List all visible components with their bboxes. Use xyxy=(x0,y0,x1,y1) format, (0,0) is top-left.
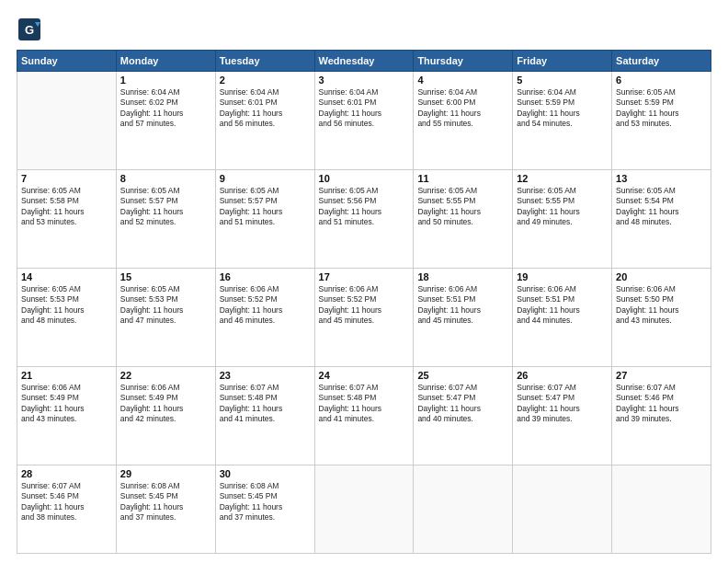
day-info: Sunrise: 6:05 AM Sunset: 5:57 PM Dayligh… xyxy=(220,186,311,228)
day-number: 29 xyxy=(120,468,211,479)
day-info: Sunrise: 6:07 AM Sunset: 5:47 PM Dayligh… xyxy=(517,383,608,425)
header: G xyxy=(17,17,711,42)
weekday-header-row: SundayMondayTuesdayWednesdayThursdayFrid… xyxy=(17,51,711,72)
calendar-cell xyxy=(513,465,612,553)
week-row-1: 1Sunrise: 6:04 AM Sunset: 6:02 PM Daylig… xyxy=(17,72,711,170)
weekday-header-sunday: Sunday xyxy=(17,51,117,72)
day-info: Sunrise: 6:07 AM Sunset: 5:46 PM Dayligh… xyxy=(616,383,707,425)
weekday-header-monday: Monday xyxy=(116,51,215,72)
day-number: 8 xyxy=(120,173,211,184)
day-number: 23 xyxy=(220,370,311,381)
day-number: 24 xyxy=(319,370,410,381)
day-info: Sunrise: 6:07 AM Sunset: 5:48 PM Dayligh… xyxy=(220,383,311,425)
calendar-cell: 24Sunrise: 6:07 AM Sunset: 5:48 PM Dayli… xyxy=(314,366,414,465)
day-number: 25 xyxy=(417,370,508,381)
svg-text:G: G xyxy=(25,23,34,37)
weekday-header-wednesday: Wednesday xyxy=(314,51,414,72)
day-info: Sunrise: 6:04 AM Sunset: 6:01 PM Dayligh… xyxy=(220,87,311,130)
day-info: Sunrise: 6:04 AM Sunset: 5:59 PM Dayligh… xyxy=(517,87,608,130)
calendar-cell: 15Sunrise: 6:05 AM Sunset: 5:53 PM Dayli… xyxy=(116,268,215,366)
day-info: Sunrise: 6:05 AM Sunset: 5:54 PM Dayligh… xyxy=(616,186,707,228)
day-info: Sunrise: 6:06 AM Sunset: 5:49 PM Dayligh… xyxy=(120,383,211,425)
day-number: 27 xyxy=(616,370,707,381)
calendar-cell xyxy=(314,465,414,553)
day-number: 28 xyxy=(21,468,112,479)
day-number: 4 xyxy=(417,75,508,86)
week-row-5: 28Sunrise: 6:07 AM Sunset: 5:46 PM Dayli… xyxy=(17,465,711,553)
weekday-header-friday: Friday xyxy=(513,51,612,72)
day-number: 7 xyxy=(21,173,112,184)
week-row-4: 21Sunrise: 6:06 AM Sunset: 5:49 PM Dayli… xyxy=(17,366,711,465)
calendar: SundayMondayTuesdayWednesdayThursdayFrid… xyxy=(17,50,711,554)
weekday-header-tuesday: Tuesday xyxy=(215,51,314,72)
day-number: 14 xyxy=(21,271,112,282)
calendar-cell: 23Sunrise: 6:07 AM Sunset: 5:48 PM Dayli… xyxy=(215,366,314,465)
calendar-cell: 13Sunrise: 6:05 AM Sunset: 5:54 PM Dayli… xyxy=(612,169,711,268)
calendar-cell: 17Sunrise: 6:06 AM Sunset: 5:52 PM Dayli… xyxy=(314,268,414,366)
day-info: Sunrise: 6:05 AM Sunset: 5:59 PM Dayligh… xyxy=(616,87,707,130)
day-number: 9 xyxy=(220,173,311,184)
calendar-cell: 21Sunrise: 6:06 AM Sunset: 5:49 PM Dayli… xyxy=(17,366,117,465)
calendar-cell: 8Sunrise: 6:05 AM Sunset: 5:57 PM Daylig… xyxy=(116,169,215,268)
day-number: 21 xyxy=(21,370,112,381)
day-number: 17 xyxy=(319,271,410,282)
calendar-cell: 16Sunrise: 6:06 AM Sunset: 5:52 PM Dayli… xyxy=(215,268,314,366)
day-number: 16 xyxy=(220,271,311,282)
calendar-cell: 18Sunrise: 6:06 AM Sunset: 5:51 PM Dayli… xyxy=(414,268,513,366)
day-info: Sunrise: 6:06 AM Sunset: 5:52 PM Dayligh… xyxy=(220,284,311,327)
calendar-cell: 14Sunrise: 6:05 AM Sunset: 5:53 PM Dayli… xyxy=(17,268,117,366)
calendar-cell: 10Sunrise: 6:05 AM Sunset: 5:56 PM Dayli… xyxy=(314,169,414,268)
day-number: 3 xyxy=(319,75,410,86)
day-number: 15 xyxy=(120,271,211,282)
day-number: 20 xyxy=(616,271,707,282)
calendar-cell: 7Sunrise: 6:05 AM Sunset: 5:58 PM Daylig… xyxy=(17,169,117,268)
day-number: 13 xyxy=(616,173,707,184)
day-info: Sunrise: 6:07 AM Sunset: 5:46 PM Dayligh… xyxy=(21,481,112,523)
calendar-cell: 9Sunrise: 6:05 AM Sunset: 5:57 PM Daylig… xyxy=(215,169,314,268)
day-info: Sunrise: 6:06 AM Sunset: 5:50 PM Dayligh… xyxy=(616,284,707,327)
calendar-cell: 28Sunrise: 6:07 AM Sunset: 5:46 PM Dayli… xyxy=(17,465,117,553)
calendar-cell: 12Sunrise: 6:05 AM Sunset: 5:55 PM Dayli… xyxy=(513,169,612,268)
calendar-cell: 25Sunrise: 6:07 AM Sunset: 5:47 PM Dayli… xyxy=(414,366,513,465)
day-number: 11 xyxy=(417,173,508,184)
day-info: Sunrise: 6:05 AM Sunset: 5:55 PM Dayligh… xyxy=(517,186,608,228)
day-number: 19 xyxy=(517,271,608,282)
day-info: Sunrise: 6:08 AM Sunset: 5:45 PM Dayligh… xyxy=(220,481,311,523)
day-number: 1 xyxy=(120,75,211,86)
calendar-cell: 29Sunrise: 6:08 AM Sunset: 5:45 PM Dayli… xyxy=(116,465,215,553)
calendar-cell: 26Sunrise: 6:07 AM Sunset: 5:47 PM Dayli… xyxy=(513,366,612,465)
day-info: Sunrise: 6:08 AM Sunset: 5:45 PM Dayligh… xyxy=(120,481,211,523)
calendar-cell: 27Sunrise: 6:07 AM Sunset: 5:46 PM Dayli… xyxy=(612,366,711,465)
weekday-header-saturday: Saturday xyxy=(612,51,711,72)
calendar-cell: 5Sunrise: 6:04 AM Sunset: 5:59 PM Daylig… xyxy=(513,72,612,170)
day-number: 18 xyxy=(417,271,508,282)
calendar-cell: 11Sunrise: 6:05 AM Sunset: 5:55 PM Dayli… xyxy=(414,169,513,268)
logo-icon: G xyxy=(17,17,42,42)
day-number: 2 xyxy=(220,75,311,86)
calendar-cell xyxy=(414,465,513,553)
day-info: Sunrise: 6:06 AM Sunset: 5:52 PM Dayligh… xyxy=(319,284,410,327)
day-number: 12 xyxy=(517,173,608,184)
calendar-cell: 4Sunrise: 6:04 AM Sunset: 6:00 PM Daylig… xyxy=(414,72,513,170)
logo: G xyxy=(17,17,46,42)
day-info: Sunrise: 6:05 AM Sunset: 5:53 PM Dayligh… xyxy=(21,284,112,327)
day-number: 10 xyxy=(319,173,410,184)
day-info: Sunrise: 6:05 AM Sunset: 5:56 PM Dayligh… xyxy=(319,186,410,228)
calendar-cell xyxy=(612,465,711,553)
page: G SundayMondayTuesdayWednesdayThursdayFr… xyxy=(0,0,728,563)
day-info: Sunrise: 6:06 AM Sunset: 5:51 PM Dayligh… xyxy=(417,284,508,327)
day-info: Sunrise: 6:04 AM Sunset: 6:01 PM Dayligh… xyxy=(319,87,410,130)
day-number: 6 xyxy=(616,75,707,86)
day-info: Sunrise: 6:05 AM Sunset: 5:58 PM Dayligh… xyxy=(21,186,112,228)
calendar-cell: 3Sunrise: 6:04 AM Sunset: 6:01 PM Daylig… xyxy=(314,72,414,170)
calendar-cell: 1Sunrise: 6:04 AM Sunset: 6:02 PM Daylig… xyxy=(116,72,215,170)
day-info: Sunrise: 6:06 AM Sunset: 5:49 PM Dayligh… xyxy=(21,383,112,425)
week-row-3: 14Sunrise: 6:05 AM Sunset: 5:53 PM Dayli… xyxy=(17,268,711,366)
day-info: Sunrise: 6:04 AM Sunset: 6:00 PM Dayligh… xyxy=(417,87,508,130)
calendar-cell: 22Sunrise: 6:06 AM Sunset: 5:49 PM Dayli… xyxy=(116,366,215,465)
day-number: 30 xyxy=(220,468,311,479)
day-info: Sunrise: 6:05 AM Sunset: 5:57 PM Dayligh… xyxy=(120,186,211,228)
day-info: Sunrise: 6:05 AM Sunset: 5:55 PM Dayligh… xyxy=(417,186,508,228)
calendar-cell: 30Sunrise: 6:08 AM Sunset: 5:45 PM Dayli… xyxy=(215,465,314,553)
calendar-cell xyxy=(17,72,117,170)
